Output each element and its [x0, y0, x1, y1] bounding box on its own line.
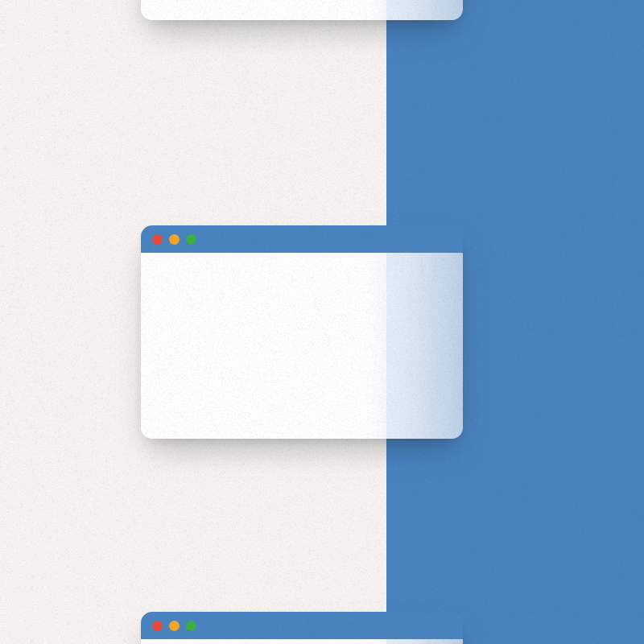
zoom-icon[interactable] — [186, 621, 196, 631]
minimize-icon[interactable] — [169, 621, 180, 631]
window-titlebar — [141, 225, 463, 253]
content-gradient — [366, 639, 463, 644]
content-gradient — [366, 253, 463, 439]
minimize-icon[interactable] — [169, 234, 180, 245]
window-titlebar — [141, 612, 463, 639]
content-gradient — [366, 0, 463, 20]
zoom-icon[interactable] — [186, 234, 196, 245]
window-content — [141, 639, 463, 644]
window-content — [141, 253, 463, 439]
browser-window — [141, 612, 463, 644]
close-icon[interactable] — [152, 234, 163, 245]
browser-window — [141, 0, 463, 20]
window-content — [141, 0, 463, 20]
browser-window — [141, 225, 463, 439]
close-icon[interactable] — [152, 621, 163, 631]
